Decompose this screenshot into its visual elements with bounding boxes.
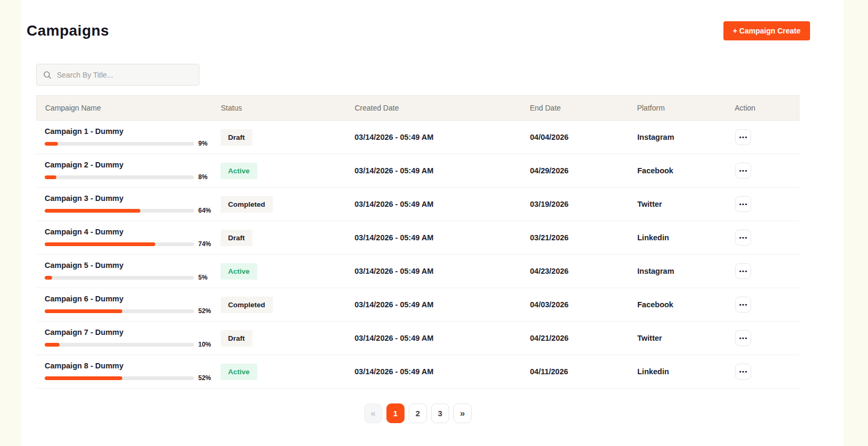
campaign-name-cell: Campaign 5 - Dummy 5% [36,261,212,281]
row-actions-button[interactable]: ••• [735,196,751,212]
campaign-name: Campaign 5 - Dummy [45,261,212,270]
campaign-name: Campaign 3 - Dummy [45,194,212,203]
created-date: 03/14/2026 - 05:49 AM [346,267,521,275]
progress-bar-fill [45,209,140,213]
ellipsis-icon: ••• [738,201,748,207]
campaign-progress: 52% [45,307,212,315]
campaign-name: Campaign 4 - Dummy [45,228,212,236]
action-cell: ••• [727,129,799,145]
campaign-name: Campaign 2 - Dummy [45,161,212,169]
campaign-name-cell: Campaign 3 - Dummy 64% [36,194,212,214]
table-header-row: Campaign Name Status Created Date End Da… [36,95,799,121]
progress-bar-track [45,142,194,146]
pagination-page-1[interactable]: 1 [386,403,404,423]
campaign-progress: 74% [45,240,212,248]
end-date: 04/23/2026 [521,267,629,275]
column-header-campaign-name: Campaign Name [37,104,213,112]
pagination-next-button[interactable]: » [453,403,471,423]
row-actions-button[interactable]: ••• [735,163,751,179]
end-date: 03/21/2026 [521,233,629,242]
progress-percent-label: 9% [198,140,207,147]
column-header-end-date: End Date [521,104,629,112]
page-header: Campaigns + Campaign Create [21,21,844,40]
created-date: 03/14/2026 - 05:49 AM [346,200,521,208]
created-date: 03/14/2026 - 05:49 AM [346,233,521,242]
progress-percent-label: 52% [198,307,211,315]
ellipsis-icon: ••• [738,134,748,140]
progress-bar-track [45,209,194,213]
campaign-create-button[interactable]: + Campaign Create [723,21,810,40]
pagination-prev-button[interactable]: « [364,403,382,423]
row-actions-button[interactable]: ••• [735,297,751,313]
action-cell: ••• [727,364,799,380]
progress-bar-track [45,175,194,179]
status-cell: Completed [212,297,346,313]
progress-bar-track [45,343,194,347]
platform: Facebook [629,166,727,175]
end-date: 04/21/2026 [521,334,629,342]
progress-bar-track [45,376,194,380]
progress-percent-label: 64% [198,207,211,214]
progress-bar-fill [45,242,155,246]
progress-bar-fill [45,175,56,179]
progress-percent-label: 10% [198,341,211,348]
row-actions-button[interactable]: ••• [735,263,751,279]
action-cell: ••• [727,230,799,246]
status-cell: Completed [212,196,346,213]
table-row: Campaign 3 - Dummy 64% Completed 03/14/2… [36,188,799,221]
status-cell: Active [212,163,346,179]
end-date: 04/03/2026 [521,300,629,309]
table-row: Campaign 5 - Dummy 5% Active 03/14/2026 … [36,255,799,288]
progress-bar-fill [45,376,122,380]
created-date: 03/14/2026 - 05:49 AM [346,300,521,309]
ellipsis-icon: ••• [738,302,748,308]
progress-percent-label: 8% [198,173,207,181]
created-date: 03/14/2026 - 05:49 AM [346,166,521,175]
campaign-progress: 52% [45,374,212,382]
table-body: Campaign 1 - Dummy 9% Draft 03/14/2026 -… [36,121,799,389]
row-actions-button[interactable]: ••• [735,129,751,145]
platform: Linkedin [629,367,727,376]
status-badge: Draft [221,330,252,347]
pagination-page-3[interactable]: 3 [431,403,449,423]
campaign-name-cell: Campaign 6 - Dummy 52% [36,294,212,315]
column-header-status: Status [213,104,347,112]
end-date: 04/29/2026 [521,166,629,175]
search-icon [43,71,52,79]
progress-bar-fill [45,276,52,280]
column-header-action: Action [726,104,799,112]
row-actions-button[interactable]: ••• [735,230,751,246]
campaign-progress: 64% [45,207,212,214]
pagination-page-2[interactable]: 2 [409,403,427,423]
end-date: 04/11/2026 [521,367,629,376]
status-badge: Active [221,364,257,380]
ellipsis-icon: ••• [738,268,748,274]
campaign-name-cell: Campaign 7 - Dummy 10% [36,328,212,348]
status-cell: Draft [212,330,346,347]
table-row: Campaign 6 - Dummy 52% Completed 03/14/2… [36,288,799,322]
pagination: « 1 2 3 » [36,403,799,423]
progress-bar-fill [45,343,60,347]
row-actions-button[interactable]: ••• [735,364,751,380]
created-date: 03/14/2026 - 05:49 AM [346,367,521,376]
action-cell: ••• [727,196,799,212]
platform: Twitter [629,200,727,208]
status-cell: Draft [212,129,346,146]
campaign-progress: 5% [45,274,212,281]
progress-bar-track [45,276,194,280]
row-actions-button[interactable]: ••• [735,330,751,346]
campaign-progress: 8% [45,173,212,181]
progress-bar-track [45,309,194,313]
progress-percent-label: 74% [198,240,211,248]
platform: Instagram [629,133,727,141]
created-date: 03/14/2026 - 05:49 AM [346,133,521,141]
campaign-name: Campaign 6 - Dummy [45,294,212,303]
action-cell: ••• [727,163,799,179]
campaign-name-cell: Campaign 8 - Dummy 52% [36,361,212,382]
column-header-created-date: Created Date [346,104,521,112]
status-badge: Completed [221,196,273,213]
search-input[interactable] [57,71,192,79]
status-cell: Active [212,263,346,280]
search-box[interactable] [36,64,199,86]
created-date: 03/14/2026 - 05:49 AM [346,334,521,342]
